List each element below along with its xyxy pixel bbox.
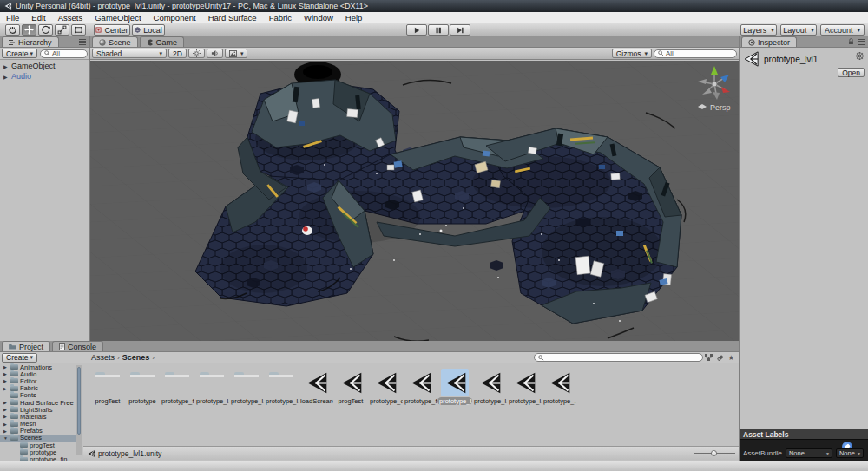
asset-item[interactable]: prototype_l.. xyxy=(472,369,507,405)
gizmos-dropdown[interactable]: Gizmos xyxy=(612,49,652,58)
sun-icon xyxy=(193,49,201,57)
speaker-icon xyxy=(211,49,219,57)
open-button[interactable]: Open xyxy=(838,68,865,77)
tab-game[interactable]: Game xyxy=(140,36,185,47)
lighting-toggle-button[interactable] xyxy=(188,49,205,58)
slider-knob[interactable] xyxy=(711,450,717,456)
assetbundle-variant-dropdown[interactable]: None xyxy=(836,448,864,458)
pivot-center-button[interactable]: Center xyxy=(94,24,130,36)
inspector-panel: Inspector prototype_lvl1 Open xyxy=(740,36,868,429)
foldout-arrow-icon[interactable] xyxy=(3,428,9,434)
hierarchy-item[interactable]: GameObject xyxy=(0,61,89,71)
tab-inspector[interactable]: Inspector xyxy=(741,36,797,47)
shading-mode-dropdown[interactable]: Shaded xyxy=(92,49,167,58)
effects-dropdown[interactable] xyxy=(225,49,248,58)
scale-icon xyxy=(57,25,67,35)
account-dropdown[interactable]: Account xyxy=(820,24,865,36)
asset-item[interactable]: prototype_f... xyxy=(160,369,194,405)
foldout-arrow-icon[interactable] xyxy=(3,400,9,405)
asset-item[interactable]: prototype_l.. xyxy=(437,369,472,405)
asset-label: prototype_f... xyxy=(403,397,437,405)
foldout-arrow-icon[interactable] xyxy=(3,74,10,80)
foldout-arrow-icon[interactable] xyxy=(3,371,9,376)
menu-item[interactable]: Help xyxy=(339,12,369,23)
foldout-arrow-icon[interactable] xyxy=(3,414,9,419)
layout-dropdown[interactable]: Layout xyxy=(780,24,817,36)
foldout-arrow-icon[interactable] xyxy=(3,435,9,441)
asset-item[interactable]: loadScrean xyxy=(299,369,333,405)
asset-item[interactable]: progTest xyxy=(90,369,125,405)
menu-item[interactable]: GameObject xyxy=(89,12,147,23)
gear-icon[interactable] xyxy=(856,52,864,60)
hierarchy-item[interactable]: Audio xyxy=(0,71,89,82)
foldout-arrow-icon[interactable] xyxy=(3,378,9,383)
unity-scene-icon xyxy=(339,370,364,396)
asset-item[interactable]: prototype_l... xyxy=(229,369,264,405)
favorites-star-icon[interactable]: ★ xyxy=(728,354,734,362)
scene-panel: Scene Game Shaded 2D Gizmos All xyxy=(90,36,740,341)
tree-scrollbar[interactable] xyxy=(76,365,82,455)
asset-label: prototype xyxy=(127,397,157,405)
folder-icon xyxy=(10,386,18,391)
folder-icon xyxy=(10,371,18,376)
image-icon xyxy=(229,50,237,57)
search-by-type-icon[interactable] xyxy=(705,354,713,362)
tree-scrollbar-thumb[interactable] xyxy=(77,367,81,435)
menu-item[interactable]: Fabric xyxy=(263,12,298,23)
pause-button[interactable] xyxy=(428,24,449,36)
project-create-button[interactable]: Create xyxy=(2,353,37,363)
menu-item[interactable]: Assets xyxy=(52,12,89,23)
tab-console[interactable]: Console xyxy=(52,341,103,351)
menu-item[interactable]: Window xyxy=(298,12,339,23)
foldout-arrow-icon[interactable] xyxy=(3,386,9,391)
panel-menu-icon[interactable] xyxy=(858,39,865,45)
asset-item[interactable]: prototype xyxy=(125,369,160,405)
hierarchy-create-button[interactable]: Create xyxy=(2,49,37,58)
asset-item[interactable]: prototype_c... xyxy=(368,369,403,405)
asset-item[interactable]: progTest xyxy=(333,369,368,405)
rect-tool-button[interactable] xyxy=(71,24,86,36)
menu-item[interactable]: Hard Surface xyxy=(202,12,263,23)
tree-row[interactable]: Animations xyxy=(0,363,82,370)
hierarchy-search-input[interactable]: All xyxy=(40,49,88,58)
scene-search-input[interactable]: All xyxy=(654,49,737,58)
audio-toggle-button[interactable] xyxy=(207,49,223,58)
tab-project[interactable]: Project xyxy=(2,341,50,351)
tab-hierarchy[interactable]: Hierarchy xyxy=(2,36,59,47)
asset-item[interactable]: prototype_... xyxy=(542,369,576,405)
pause-icon xyxy=(434,26,443,35)
menu-item[interactable]: Component xyxy=(148,12,202,23)
project-search-input[interactable] xyxy=(534,353,703,362)
foldout-arrow-icon[interactable] xyxy=(3,407,9,412)
scene-viewport[interactable]: Persp xyxy=(90,61,739,341)
foldout-arrow-icon[interactable] xyxy=(3,364,9,370)
pivot-local-button[interactable]: Local xyxy=(132,24,165,36)
icon-size-slider[interactable] xyxy=(694,449,735,458)
unity-scene-icon xyxy=(443,370,468,396)
breadcrumb-assets[interactable]: Assets xyxy=(91,353,115,362)
assetbundle-dropdown[interactable]: None xyxy=(786,448,832,458)
2d-toggle-button[interactable]: 2D xyxy=(168,49,187,58)
foldout-arrow-icon[interactable] xyxy=(3,422,9,427)
foldout-arrow-icon[interactable] xyxy=(3,63,10,69)
unity-scene-icon xyxy=(512,370,537,396)
rotate-tool-button[interactable] xyxy=(38,24,53,36)
search-by-label-icon[interactable] xyxy=(716,354,724,362)
layers-dropdown[interactable]: Layers xyxy=(740,24,777,36)
panel-menu-icon[interactable] xyxy=(79,39,86,45)
asset-item[interactable]: prototype_f... xyxy=(403,369,437,405)
asset-item[interactable]: prototype_l... xyxy=(264,369,299,405)
menu-item[interactable]: Edit xyxy=(25,12,51,23)
move-tool-button[interactable] xyxy=(22,24,36,36)
asset-item[interactable]: prototype_l.. xyxy=(507,369,542,405)
breadcrumb-current[interactable]: Scenes xyxy=(122,353,150,362)
step-button[interactable] xyxy=(450,24,470,36)
asset-item[interactable]: prototype_l... xyxy=(194,369,229,405)
scale-tool-button[interactable] xyxy=(55,24,69,36)
folder-icon xyxy=(10,400,18,405)
lock-icon[interactable] xyxy=(848,38,854,45)
play-button[interactable] xyxy=(406,24,427,36)
tab-scene[interactable]: Scene xyxy=(92,36,138,47)
hand-tool-button[interactable] xyxy=(5,24,20,36)
menu-item[interactable]: File xyxy=(0,12,25,23)
